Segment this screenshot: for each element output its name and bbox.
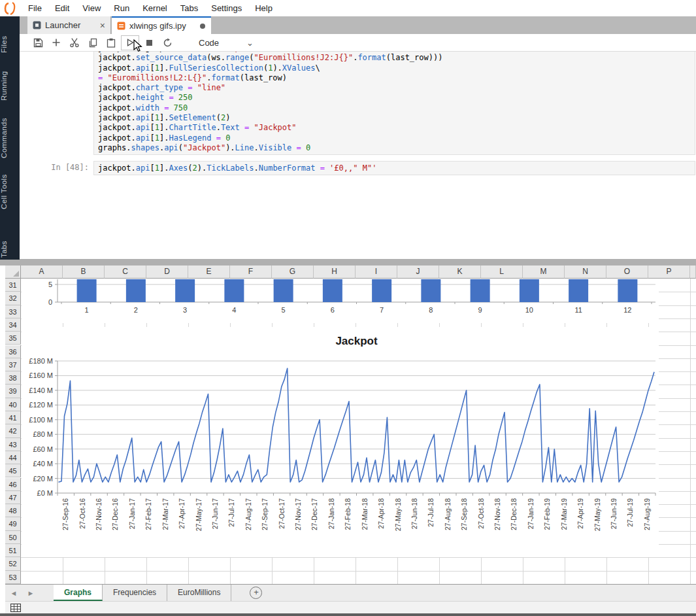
- sidebar-tab-running[interactable]: Running: [0, 63, 20, 109]
- svg-text:27-Apr-17: 27-Apr-17: [178, 498, 186, 529]
- row-header-45[interactable]: 45: [5, 464, 21, 477]
- menu-file[interactable]: File: [22, 0, 48, 16]
- svg-text:27-Feb-18: 27-Feb-18: [344, 498, 352, 530]
- add-cell-icon[interactable]: [47, 35, 65, 50]
- code-cell[interactable]: jackpot.api[1].Axes(2).TickLabels.Number…: [93, 161, 695, 175]
- svg-text:1: 1: [85, 306, 89, 314]
- column-header-M[interactable]: M: [523, 265, 565, 279]
- jackpot-line-chart[interactable]: Jackpot£0 M£20 M£40 M£60 M£80 M£100 M£12…: [22, 327, 659, 557]
- sheet-tab-frequencies[interactable]: Frequencies: [103, 585, 167, 601]
- row-header-37[interactable]: 37: [5, 358, 21, 371]
- column-header-I[interactable]: I: [356, 265, 397, 279]
- svg-text:£40 M: £40 M: [33, 460, 53, 468]
- save-icon[interactable]: [29, 35, 47, 50]
- svg-text:27-Jan-19: 27-Jan-19: [527, 498, 535, 529]
- svg-text:6: 6: [331, 306, 335, 314]
- column-header-P[interactable]: P: [648, 265, 690, 279]
- column-header-J[interactable]: J: [397, 265, 439, 279]
- sidebar-tab-files[interactable]: Files: [0, 22, 20, 67]
- menu-run[interactable]: Run: [107, 0, 136, 16]
- cell-type-select[interactable]: Code ⌄: [199, 38, 254, 48]
- svg-text:27-Nov-16: 27-Nov-16: [95, 498, 103, 530]
- row-header-41[interactable]: 41: [5, 411, 21, 424]
- cut-icon[interactable]: [65, 35, 84, 50]
- column-header-N[interactable]: N: [565, 265, 606, 279]
- svg-text:4: 4: [232, 306, 236, 314]
- svg-text:27-Sep-16: 27-Sep-16: [61, 498, 69, 530]
- svg-text:Jackpot: Jackpot: [335, 335, 378, 347]
- tab-launcher[interactable]: Launcher ×: [27, 16, 111, 34]
- row-header-47[interactable]: 47: [5, 491, 21, 504]
- svg-text:12: 12: [623, 306, 631, 314]
- close-icon[interactable]: ×: [100, 20, 105, 31]
- column-header-B[interactable]: B: [63, 265, 105, 279]
- row-header-38[interactable]: 38: [5, 371, 21, 385]
- column-header-O[interactable]: O: [606, 265, 648, 279]
- column-header-E[interactable]: E: [188, 265, 230, 279]
- row-header-52[interactable]: 52: [5, 557, 21, 570]
- copy-icon[interactable]: [84, 35, 102, 50]
- column-header-F[interactable]: F: [230, 265, 272, 279]
- row-header-42[interactable]: 42: [5, 424, 21, 437]
- row-header-32[interactable]: 32: [5, 292, 21, 305]
- sidebar-tab-cell-tools[interactable]: Cell Tools: [0, 169, 20, 214]
- row-header-40[interactable]: 40: [5, 398, 21, 411]
- frequency-bar-chart[interactable]: 50123456789101112: [22, 279, 659, 323]
- column-header-L[interactable]: L: [481, 265, 523, 279]
- row-header-35[interactable]: 35: [5, 332, 21, 345]
- column-header-G[interactable]: G: [272, 265, 314, 279]
- menu-edit[interactable]: Edit: [48, 0, 76, 16]
- svg-text:27-Nov-17: 27-Nov-17: [294, 498, 302, 530]
- row-header-34[interactable]: 34: [5, 318, 21, 332]
- column-header-D[interactable]: D: [146, 265, 188, 279]
- notebook-icon: [117, 22, 125, 30]
- sheet-tab-euromillions[interactable]: EuroMillions: [167, 585, 231, 601]
- row-header-36[interactable]: 36: [5, 345, 21, 358]
- row-header-33[interactable]: 33: [5, 305, 21, 318]
- row-header-39[interactable]: 39: [5, 385, 21, 398]
- sheet-tab-graphs[interactable]: Graphs: [54, 585, 103, 601]
- row-header-50[interactable]: 50: [5, 531, 21, 544]
- menu-tabs[interactable]: Tabs: [174, 0, 205, 16]
- row-header-48[interactable]: 48: [5, 504, 21, 517]
- row-header-51[interactable]: 51: [5, 544, 21, 557]
- menu-kernel[interactable]: Kernel: [136, 0, 174, 16]
- row-header-43[interactable]: 43: [5, 438, 21, 451]
- column-header-C[interactable]: C: [105, 265, 146, 279]
- add-sheet-icon[interactable]: +: [250, 587, 262, 599]
- svg-text:27-Apr-18: 27-Apr-18: [377, 498, 385, 529]
- column-header-K[interactable]: K: [439, 265, 481, 279]
- svg-text:27-Jun-18: 27-Jun-18: [410, 498, 418, 529]
- notebook-panel[interactable]: jackpot = graphs.charts("Jackpot")jackpo…: [20, 51, 696, 259]
- tab-launcher-label: Launcher: [45, 20, 80, 30]
- svg-text:0: 0: [48, 298, 52, 306]
- column-header-H[interactable]: H: [314, 265, 356, 279]
- svg-text:27-Mar-19: 27-Mar-19: [560, 498, 568, 530]
- row-header-46[interactable]: 46: [5, 478, 21, 491]
- paste-icon[interactable]: [102, 35, 120, 50]
- sidebar-tab-tabs[interactable]: Tabs: [0, 226, 20, 272]
- sheet-nav-left-icon[interactable]: ◄: [5, 589, 22, 597]
- svg-text:27-Aug-19: 27-Aug-19: [643, 498, 651, 530]
- svg-text:27-Jan-17: 27-Jan-17: [128, 498, 136, 529]
- sheet-nav-right-icon[interactable]: ►: [22, 589, 39, 597]
- restart-icon[interactable]: [158, 35, 176, 50]
- launcher-icon: [33, 21, 41, 29]
- sidebar-tab-commands[interactable]: Commands: [0, 115, 20, 161]
- chevron-down-icon: ⌄: [246, 38, 254, 48]
- unsaved-dot-icon: [200, 24, 205, 29]
- row-header-49[interactable]: 49: [5, 517, 21, 530]
- svg-text:£60 M: £60 M: [33, 445, 53, 453]
- code-cell[interactable]: jackpot = graphs.charts("Jackpot")jackpo…: [93, 51, 695, 155]
- column-header-A[interactable]: A: [21, 265, 63, 279]
- tab-notebook[interactable]: xlwings gifs.ipy: [112, 16, 211, 34]
- row-header-44[interactable]: 44: [5, 451, 21, 464]
- menu-view[interactable]: View: [76, 0, 107, 16]
- menu-settings[interactable]: Settings: [205, 0, 248, 16]
- svg-text:9: 9: [478, 306, 482, 314]
- row-header-31[interactable]: 31: [5, 279, 21, 292]
- svg-text:27-Feb-17: 27-Feb-17: [144, 498, 152, 530]
- svg-text:27-Nov-18: 27-Nov-18: [493, 498, 501, 530]
- row-header-53[interactable]: 53: [5, 571, 21, 584]
- menu-help[interactable]: Help: [248, 0, 279, 16]
